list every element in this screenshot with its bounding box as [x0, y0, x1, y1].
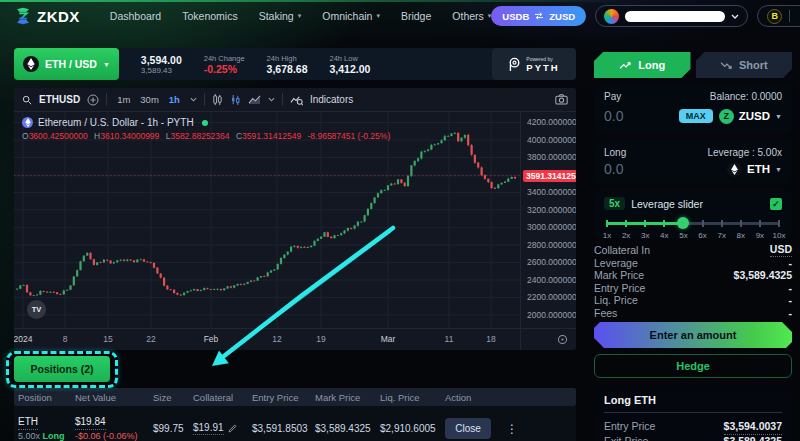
summary-row-entry-price: Entry Price$3,594.0037 — [604, 420, 782, 435]
trend-down-icon — [720, 61, 733, 70]
size-cell: $99.75 — [153, 423, 193, 434]
collateral-cell: $19.91 — [193, 422, 252, 436]
nav-menu: DashboardTokenomicsStaking▾Omnichain▾Bri… — [110, 10, 491, 22]
tradingview-logo[interactable]: TV — [27, 300, 46, 319]
chevron-down-icon[interactable] — [190, 97, 197, 102]
column-header-entry-price: Entry Price — [252, 392, 315, 403]
slider-tick-6x[interactable]: 6x — [698, 231, 706, 240]
price-axis[interactable]: 4200.000000004000.000000003800.000000003… — [520, 112, 576, 328]
nav-item-tokenomics[interactable]: Tokenomics — [182, 10, 237, 22]
slider-tick-2x[interactable]: 2x — [622, 231, 630, 240]
slider-tick-10x[interactable]: 10x — [773, 231, 786, 240]
pay-amount-input[interactable]: 0.0 — [604, 108, 623, 124]
compare-add-icon[interactable] — [87, 94, 99, 106]
chevron-down-icon: ▾ — [376, 12, 380, 20]
nav-item-dashboard[interactable]: Dashboard — [110, 10, 161, 22]
row-side: Long — [43, 431, 65, 441]
nav-item-omnichain[interactable]: Omnichain▾ — [322, 10, 380, 22]
slider-tick-7x[interactable]: 7x — [717, 231, 725, 240]
tab-long[interactable]: Long — [594, 52, 691, 78]
column-header-action: Action — [445, 392, 497, 403]
submit-button[interactable]: Enter an amount — [594, 322, 792, 348]
leverage-checkbox[interactable]: ✓ — [770, 198, 782, 210]
chart-legend[interactable]: Ethereum / U.S. Dollar - 1h - PYTH — [22, 117, 208, 128]
order-info-list: Collateral InUSDLeverage-Mark Price$3,58… — [594, 244, 792, 319]
nav-item-others[interactable]: Others▾ — [452, 10, 491, 22]
main-column: ETH / USD ▼ 3,594.00 3,589.43 24h Change… — [14, 48, 576, 350]
slider-tick-3x[interactable]: 3x — [641, 231, 649, 240]
timeframe-1h[interactable]: 1h — [166, 93, 183, 106]
net-value[interactable]: $19.84 — [75, 416, 106, 430]
max-button[interactable]: MAX — [679, 109, 713, 123]
pair-selector-button[interactable]: ETH / USD ▼ — [14, 48, 119, 80]
y-tick: 2200.00000000 — [527, 292, 576, 302]
y-tick: 3800.00000000 — [527, 152, 576, 162]
logo-text: ZKDX — [37, 8, 80, 25]
leverage-slider-label: Leverage slider — [631, 198, 703, 210]
slider-tick-1x[interactable]: 1x — [603, 231, 611, 240]
axis-settings-icon[interactable] — [557, 334, 568, 345]
slider-tick-5x[interactable]: 5x — [679, 231, 687, 240]
nav-item-staking[interactable]: Staking▾ — [259, 10, 302, 22]
pair-label: ETH / USD — [45, 58, 97, 70]
leverage-slider[interactable] — [607, 217, 779, 229]
side-tabs: Long Short — [594, 52, 792, 78]
y-tick: 4000.00000000 — [527, 135, 576, 145]
tab-positions[interactable]: Positions (2) — [14, 356, 110, 382]
long-amount-input[interactable]: 0.0 — [604, 161, 623, 177]
eth-icon — [22, 117, 33, 128]
symbol-label[interactable]: ETHUSD — [39, 94, 80, 105]
column-header-position: Position — [18, 392, 75, 403]
column-header-collateral: Collateral — [193, 392, 252, 403]
slider-tick-4x[interactable]: 4x — [660, 231, 668, 240]
pnl-value: -$0.06 (-0.06%) — [75, 431, 153, 441]
axis-corner — [520, 328, 576, 350]
nav-item-bridge[interactable]: Bridge — [401, 10, 431, 22]
row-kebab-menu-icon[interactable]: ⋮ — [506, 422, 518, 436]
x-tick-2024: 2024 — [14, 334, 32, 344]
hedge-button[interactable]: Hedge — [594, 354, 792, 378]
x-tick-22: 22 — [146, 334, 155, 344]
hollow-candle-style-icon[interactable] — [230, 94, 241, 106]
wallet-button[interactable] — [595, 5, 748, 27]
tab-long-label: Long — [638, 59, 665, 71]
high-value: 3,678.68 — [267, 63, 308, 75]
column-header-net-value: Net Value — [75, 392, 153, 403]
long-token-selector[interactable]: ETH ▼ — [727, 162, 782, 177]
info-row-collateral-in: Collateral InUSD — [594, 244, 792, 257]
timeframe-1m[interactable]: 1m — [114, 93, 133, 106]
pay-token-selector[interactable]: Z ZUSD ▼ — [719, 109, 782, 124]
search-icon[interactable] — [22, 95, 32, 105]
tab-short[interactable]: Short — [696, 52, 793, 78]
y-tick: 2800.00000000 — [527, 240, 576, 250]
close-position-button[interactable]: Close — [445, 418, 491, 439]
eth-icon — [23, 56, 39, 72]
candlestick-style-icon[interactable] — [212, 94, 223, 106]
x-tick-mar: Mar — [381, 334, 396, 344]
slider-tick-labels: 1x2x3x4x5x6x7x8x9x10x — [607, 231, 779, 241]
indicators-icon[interactable] — [290, 94, 303, 106]
chevron-down-icon: ▼ — [103, 61, 110, 68]
collateral-value[interactable]: $19.91 — [193, 422, 224, 436]
summary-row-exit-price: Exit Price$3,589.4325 — [604, 435, 782, 441]
area-style-icon[interactable] — [248, 94, 261, 105]
edit-pencil-icon[interactable] — [228, 424, 237, 433]
chevron-down-icon[interactable] — [268, 97, 275, 102]
camera-icon[interactable] — [555, 94, 568, 105]
column-header-liq-price: Liq. Price — [380, 392, 445, 403]
slider-tick-9x[interactable]: 9x — [756, 231, 764, 240]
positions-table-row[interactable]: ETH 5.00x Long $19.84 -$0.06 (-0.06%) $9… — [14, 406, 576, 441]
candlestick-chart[interactable] — [14, 112, 520, 328]
slider-tick-8x[interactable]: 8x — [737, 231, 745, 240]
asset-label[interactable]: ETH — [18, 416, 38, 430]
indicators-button[interactable]: Indicators — [310, 94, 353, 105]
low-value: 3,412.00 — [329, 63, 370, 75]
chevron-down-icon: ▼ — [775, 166, 782, 173]
timeframe-30m[interactable]: 30m — [137, 93, 161, 106]
network-menu: B ⋮ — [757, 5, 800, 27]
zkdx-logo[interactable]: ZKDX — [14, 7, 80, 25]
usdb-zusd-swap-button[interactable]: USDB ZUSD — [491, 6, 586, 26]
network-icon[interactable]: B — [767, 9, 782, 24]
market-status-dot — [202, 120, 208, 126]
time-axis[interactable]: 202481522Feb1219Mar1118 — [14, 328, 520, 350]
